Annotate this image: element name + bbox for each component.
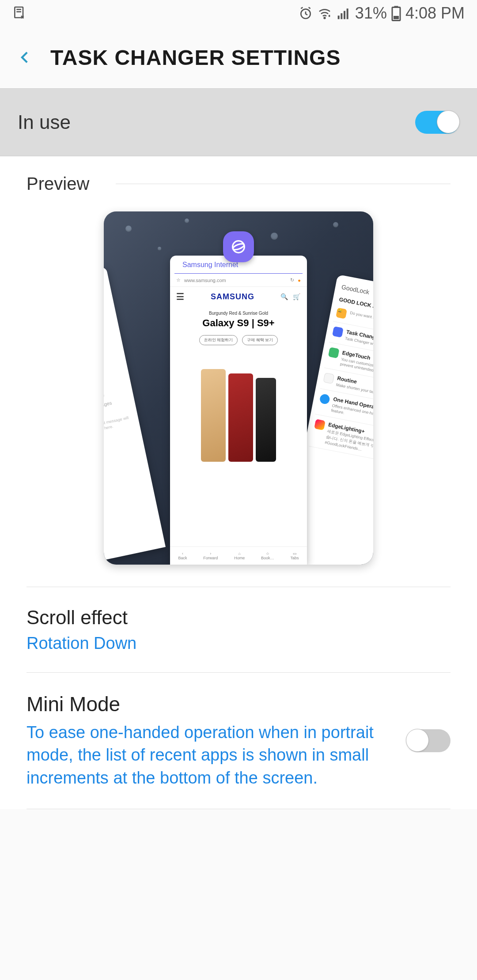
- signal-icon: [337, 6, 351, 20]
- status-bar: 31% 4:08 PM: [0, 0, 477, 26]
- battery-pct-label: 31%: [355, 4, 387, 23]
- svg-rect-10: [394, 6, 398, 8]
- clock-label: 4:08 PM: [405, 4, 465, 23]
- battery-icon: [391, 5, 401, 21]
- notification-icon: [12, 5, 26, 21]
- wifi-icon: [317, 6, 332, 20]
- svg-rect-7: [344, 11, 345, 19]
- mini-mode-toggle[interactable]: [406, 729, 450, 752]
- svg-rect-6: [341, 13, 342, 19]
- svg-rect-5: [338, 15, 340, 19]
- divider: [116, 184, 450, 184]
- scroll-effect-value: Rotation Down: [26, 634, 450, 653]
- mini-mode-description: To ease one-handed operation when in por…: [26, 721, 389, 789]
- scroll-effect-title: Scroll effect: [26, 607, 450, 629]
- app-icon: [223, 231, 254, 262]
- in-use-row[interactable]: In use: [0, 88, 477, 156]
- preview-card-left: 🎤⋮ CONTACTS No messages you send your fi…: [104, 266, 166, 562]
- in-use-label: In use: [18, 111, 71, 133]
- preview-label: Preview: [26, 174, 89, 194]
- svg-rect-11: [394, 16, 399, 19]
- preview-section: Preview 🎤⋮ CONTACTS No messages you send: [0, 156, 477, 565]
- mini-mode-item[interactable]: Mini Mode To ease one-handed operation w…: [0, 673, 477, 809]
- alarm-icon: [299, 6, 313, 20]
- svg-rect-8: [347, 8, 348, 19]
- preview-card-center: Samsung Internet ☆www.samsung.com↻● ☰ SA…: [170, 256, 307, 565]
- preview-image: 🎤⋮ CONTACTS No messages you send your fi…: [104, 211, 373, 565]
- app-bar: TASK CHANGER SETTINGS: [0, 26, 477, 88]
- mini-mode-title: Mini Mode: [26, 692, 389, 716]
- divider: [26, 809, 450, 809]
- back-button[interactable]: [18, 45, 33, 69]
- scroll-effect-item[interactable]: Scroll effect Rotation Down: [0, 587, 477, 672]
- page-title: TASK CHANGER SETTINGS: [50, 45, 341, 70]
- svg-point-4: [324, 17, 326, 19]
- in-use-toggle[interactable]: [415, 111, 459, 134]
